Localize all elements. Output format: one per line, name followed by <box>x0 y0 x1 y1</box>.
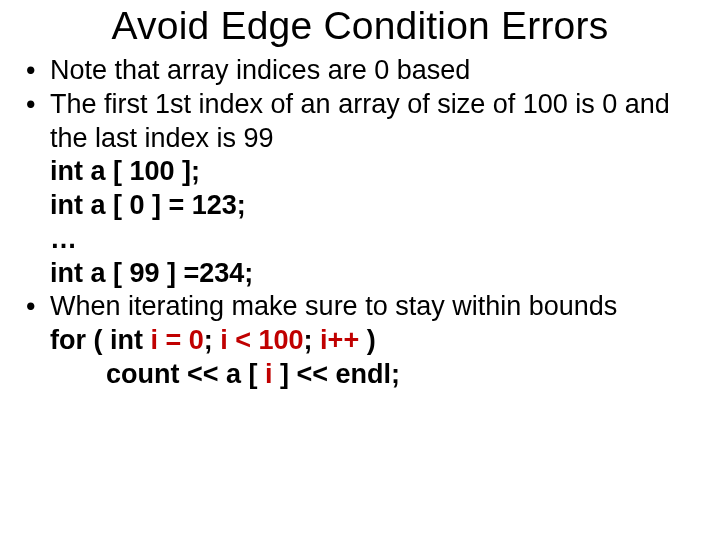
text: ; <box>204 325 221 355</box>
highlight: i <box>265 359 273 389</box>
code-line: int a [ 0 ] = 123; <box>50 189 700 223</box>
text: ) <box>359 325 376 355</box>
text: ; <box>304 325 321 355</box>
highlight: i < 100 <box>220 325 303 355</box>
highlight: i++ <box>320 325 359 355</box>
bullet-item: The first 1st index of an array of size … <box>20 88 700 156</box>
code-line: int a [ 100 ]; <box>50 155 700 189</box>
bullet-item: Note that array indices are 0 based <box>20 54 700 88</box>
text: for ( int <box>50 325 150 355</box>
text: ] << endl; <box>273 359 401 389</box>
code-line: int a [ 99 ] =234; <box>50 257 700 291</box>
code-block-2: for ( int i = 0; i < 100; i++ ) count <<… <box>20 324 700 392</box>
highlight: i = 0 <box>150 325 203 355</box>
code-block-1: int a [ 100 ]; int a [ 0 ] = 123; … int … <box>20 155 700 290</box>
bullet-list: Note that array indices are 0 based The … <box>20 54 700 155</box>
bullet-item: When iterating make sure to stay within … <box>20 290 700 324</box>
bullet-list: When iterating make sure to stay within … <box>20 290 700 324</box>
code-line-body: count << a [ i ] << endl; <box>50 358 700 392</box>
page-title: Avoid Edge Condition Errors <box>20 4 700 48</box>
text: count << a [ <box>106 359 265 389</box>
code-line-for: for ( int i = 0; i < 100; i++ ) <box>50 324 700 358</box>
slide: Avoid Edge Condition Errors Note that ar… <box>0 0 720 540</box>
code-line: … <box>50 223 700 257</box>
